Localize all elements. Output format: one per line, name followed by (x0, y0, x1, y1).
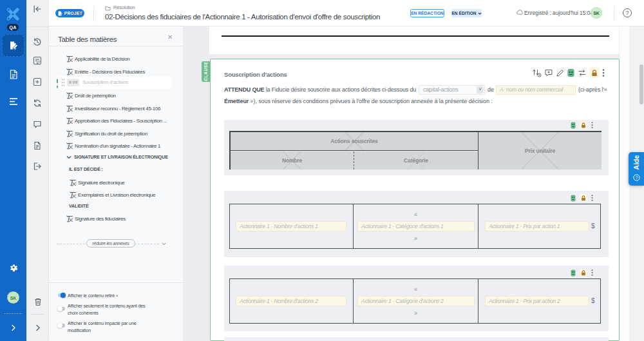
svg-text:?: ? (636, 175, 638, 180)
svg-text:?: ? (625, 10, 629, 16)
